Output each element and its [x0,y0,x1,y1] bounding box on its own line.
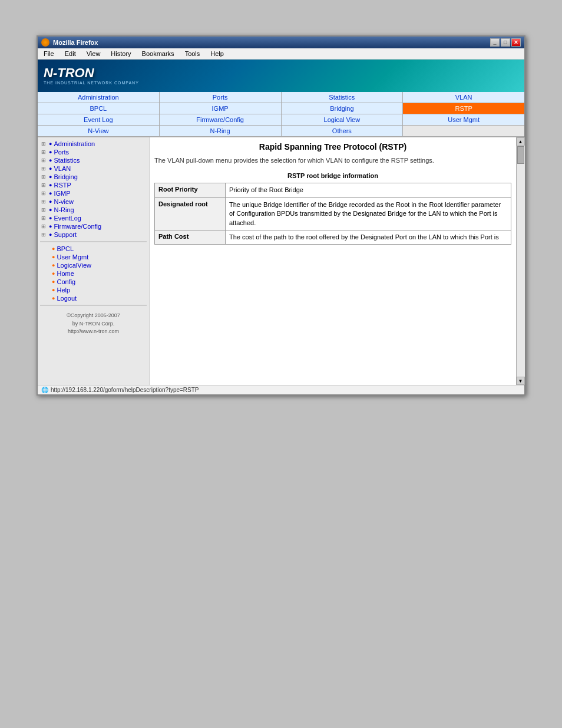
bullet-logical-view: ● [52,262,55,268]
maximize-button[interactable]: □ [501,38,510,47]
nav-link-ports[interactable]: Ports [213,94,228,101]
sidebar-link-logical-view[interactable]: LogicalView [57,262,91,269]
vertical-scrollbar[interactable]: ▲ ▼ [516,137,524,385]
nav-link-bridging[interactable]: Bridging [330,105,353,112]
sidebar-item-ports[interactable]: ⊞ ● Ports [39,148,148,156]
nav-nview[interactable]: N-View [38,126,160,136]
sidebar-item-logical-view[interactable]: ● LogicalView [39,261,148,269]
nav-user-mgmt[interactable]: User Mgmt [403,114,524,125]
sidebar-link-support[interactable]: Support [54,231,77,238]
menu-bar: File Edit View History Bookmarks Tools H… [38,48,524,60]
close-button[interactable]: ✕ [511,38,521,47]
sidebar-item-nring[interactable]: ⊞ ● N-Ring [39,206,148,214]
nav-nring[interactable]: N-Ring [160,126,282,136]
sidebar-divider [40,241,147,242]
sidebar-link-nview[interactable]: N-view [54,198,74,205]
nav-igmp[interactable]: IGMP [160,103,282,114]
nav-link-nring[interactable]: N-Ring [210,127,230,134]
nav-link-igmp[interactable]: IGMP [212,105,229,112]
sidebar-item-help[interactable]: ● Help [39,286,148,294]
bullet-igmp: ● [49,190,52,196]
sidebar-link-user-mgmt[interactable]: User Mgmt [57,253,88,261]
nav-others[interactable]: Others [282,126,404,136]
sidebar-item-firmware-config[interactable]: ⊞ ● Firmware/Config [39,222,148,230]
sidebar-item-administration[interactable]: ⊞ ● Administration [39,140,148,148]
sidebar-link-help[interactable]: Help [57,286,70,294]
nav-link-administration[interactable]: Administration [78,94,119,101]
sidebar-item-vlan[interactable]: ⊞ ● VLAN [39,164,148,173]
sidebar-link-config[interactable]: Config [57,278,75,285]
ntron-tagline: THE INDUSTRIAL NETWORK COMPANY [44,81,139,85]
sidebar-item-support[interactable]: ⊞ ● Support [39,230,148,239]
term-designated-root: Designated root [155,197,226,230]
menu-help[interactable]: Help [208,50,226,58]
sidebar-link-igmp[interactable]: IGMP [54,190,70,197]
sidebar-item-config[interactable]: ● Config [39,278,148,286]
nav-row-1: Administration Ports Statistics VLAN [38,92,524,103]
sidebar-link-rstp[interactable]: RSTP [54,182,71,189]
sidebar-item-logout[interactable]: ● Logout [39,294,148,302]
sidebar-link-statistics[interactable]: Statistics [54,157,80,164]
sidebar-item-nview[interactable]: ⊞ ● N-view [39,197,148,206]
nav-link-firmware-config[interactable]: Firmware/Config [196,116,244,123]
minimize-button[interactable]: _ [490,38,500,47]
browser-window: Mozilla Firefox _ □ ✕ File Edit View His… [37,35,525,396]
nav-link-user-mgmt[interactable]: User Mgmt [448,116,480,123]
sidebar-item-user-mgmt[interactable]: ● User Mgmt [39,253,148,261]
nav-logical-view[interactable]: Logical View [282,114,404,125]
nav-empty [403,126,524,136]
nav-link-bpcl[interactable]: BPCL [90,105,107,112]
nav-link-statistics[interactable]: Statistics [329,94,355,101]
sidebar-item-rstp[interactable]: ⊞ ● RSTP [39,181,148,189]
sidebar-link-bpcl[interactable]: BPCL [57,245,74,252]
scroll-thumb[interactable] [517,146,524,164]
sidebar-link-eventlog[interactable]: EventLog [54,215,81,222]
sidebar-item-home[interactable]: ● Home [39,269,148,278]
top-nav: Administration Ports Statistics VLAN BPC… [38,92,524,137]
nav-link-nview[interactable]: N-View [88,127,108,134]
menu-bookmarks[interactable]: Bookmarks [140,50,177,58]
copyright-text: ©Copyright 2005-2007 by N-TRON Corp. htt… [39,308,148,340]
nav-link-others[interactable]: Others [332,127,352,134]
sidebar-link-logout[interactable]: Logout [57,295,77,302]
sidebar: ⊞ ● Administration ⊞ ● Ports ⊞ ● Statist… [38,137,150,385]
scroll-down-button[interactable]: ▼ [517,377,525,385]
sidebar-link-home[interactable]: Home [57,270,74,277]
sidebar-item-bpcl[interactable]: ● BPCL [39,245,148,253]
nav-rstp[interactable]: RSTP [403,103,524,114]
bullet-logout: ● [52,295,55,301]
sidebar-link-administration[interactable]: Administration [54,140,95,147]
sidebar-item-eventlog[interactable]: ⊞ ● EventLog [39,214,148,222]
expand-icon-igmp: ⊞ [41,190,47,196]
nav-administration[interactable]: Administration [38,92,160,103]
nav-link-logical-view[interactable]: Logical View [324,116,361,123]
sidebar-link-bridging[interactable]: Bridging [54,173,77,180]
nav-event-log[interactable]: Event Log [38,114,160,125]
menu-history[interactable]: History [108,50,133,58]
menu-edit[interactable]: Edit [62,50,78,58]
sidebar-link-ports[interactable]: Ports [54,149,69,156]
sidebar-item-bridging[interactable]: ⊞ ● Bridging [39,173,148,181]
sidebar-link-nring[interactable]: N-Ring [54,206,74,213]
nav-statistics[interactable]: Statistics [282,92,404,103]
sidebar-link-vlan[interactable]: VLAN [54,165,71,172]
menu-file[interactable]: File [41,50,57,58]
status-icon: 🌐 [41,387,48,393]
nav-link-event-log[interactable]: Event Log [84,116,113,123]
menu-tools[interactable]: Tools [183,50,203,58]
bullet-bpcl: ● [52,246,55,252]
content-intro: The VLAN pull-down menu provides the sel… [154,156,511,165]
nav-vlan[interactable]: VLAN [403,92,524,103]
nav-link-rstp[interactable]: RSTP [455,105,472,112]
def-designated-root: The unique Bridge Identifier of the Brid… [226,197,511,230]
nav-ports[interactable]: Ports [160,92,282,103]
sidebar-link-firmware[interactable]: Firmware/Config [54,223,101,230]
sidebar-item-igmp[interactable]: ⊞ ● IGMP [39,189,148,197]
menu-view[interactable]: View [84,50,103,58]
nav-link-vlan[interactable]: VLAN [455,94,472,101]
sidebar-item-statistics[interactable]: ⊞ ● Statistics [39,156,148,164]
nav-bpcl[interactable]: BPCL [38,103,160,114]
nav-bridging[interactable]: Bridging [282,103,404,114]
nav-firmware-config[interactable]: Firmware/Config [160,114,282,125]
scroll-up-button[interactable]: ▲ [517,137,525,146]
